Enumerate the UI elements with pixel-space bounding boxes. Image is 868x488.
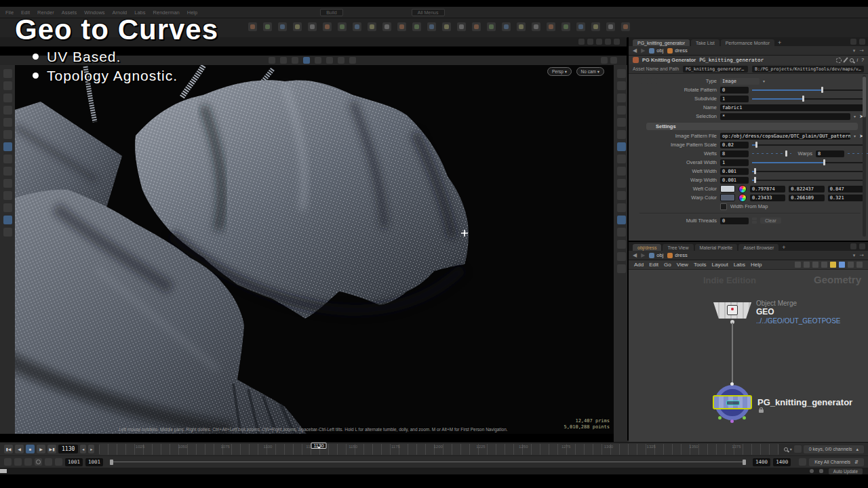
shelf-tool-icon[interactable] bbox=[323, 22, 332, 31]
camera-lock-icon[interactable] bbox=[338, 57, 344, 64]
select-tool-icon[interactable] bbox=[269, 57, 275, 64]
shelf-tool-icon[interactable] bbox=[487, 22, 496, 31]
tab-tree-view[interactable]: Tree View bbox=[663, 244, 693, 251]
display-option-icon[interactable] bbox=[617, 228, 626, 237]
stop-button[interactable]: ■ bbox=[26, 445, 35, 453]
warp-width-slider[interactable] bbox=[752, 176, 863, 184]
warps-field[interactable]: 8 bbox=[816, 150, 844, 157]
left-toolbar-icon[interactable] bbox=[3, 81, 12, 90]
weft-color-wheel-icon[interactable] bbox=[738, 185, 747, 193]
display-option-icon[interactable] bbox=[617, 81, 626, 90]
warp-color-r-field[interactable]: 0.23433 bbox=[750, 195, 785, 201]
display-option-icon[interactable] bbox=[617, 167, 626, 176]
go-to-start-button[interactable]: ▮◀ bbox=[4, 445, 13, 453]
key-options-icon[interactable] bbox=[799, 458, 806, 466]
range-slider[interactable] bbox=[110, 459, 746, 466]
display-option-icon[interactable] bbox=[617, 191, 626, 200]
pane-window-icon[interactable] bbox=[578, 39, 585, 45]
pane-window-icon[interactable] bbox=[614, 39, 620, 45]
overall-width-slider[interactable] bbox=[752, 159, 863, 166]
shelf-tool-icon[interactable] bbox=[353, 22, 361, 31]
shelf-tool-icon[interactable] bbox=[517, 22, 526, 31]
play-button[interactable]: ▶ bbox=[37, 445, 45, 453]
playhead-flag[interactable]: 1130 bbox=[311, 443, 327, 449]
shelf-tool-icon[interactable] bbox=[278, 22, 287, 31]
display-option-icon[interactable] bbox=[617, 155, 626, 163]
net-menu-add[interactable]: Add bbox=[634, 262, 644, 268]
pane-window-icon[interactable] bbox=[587, 39, 593, 45]
multi-threads-stepper[interactable] bbox=[752, 218, 757, 224]
snapshot-icon[interactable] bbox=[839, 262, 845, 268]
type-dropdown[interactable]: Image bbox=[720, 78, 760, 85]
tab-material-palette[interactable]: Material Palette bbox=[695, 244, 738, 251]
forward-arrow-icon[interactable]: ▶ bbox=[641, 47, 645, 54]
warp-color-wheel-icon[interactable] bbox=[738, 194, 747, 202]
wefts-ladder-slider[interactable] bbox=[752, 150, 791, 157]
display-option-icon[interactable] bbox=[617, 69, 626, 78]
network-path-node[interactable]: dress bbox=[667, 252, 687, 258]
rotate-pattern-slider[interactable] bbox=[752, 86, 863, 94]
type-dropdown-arrow-icon[interactable]: ▾ bbox=[763, 79, 765, 83]
auto-update-selector[interactable]: Auto Update bbox=[829, 468, 863, 474]
display-option-icon[interactable] bbox=[617, 94, 626, 102]
info-icon[interactable]: i bbox=[857, 58, 859, 62]
new-tab-button[interactable]: + bbox=[780, 244, 787, 251]
file-dropdown-icon[interactable]: ▾ bbox=[854, 134, 856, 138]
display-option-icon[interactable] bbox=[617, 216, 626, 224]
shelf-tool-icon[interactable] bbox=[472, 22, 481, 31]
shelf-tool-icon[interactable] bbox=[248, 22, 257, 31]
frame-inc-button[interactable]: ▸ bbox=[88, 445, 94, 453]
path-dropdown-icon[interactable]: ▾ bbox=[853, 253, 856, 258]
display-option-icon[interactable] bbox=[617, 264, 626, 273]
knit-node-selected-chip[interactable] bbox=[713, 395, 752, 409]
current-frame-field[interactable]: 1130 bbox=[58, 445, 78, 453]
desktop-selector[interactable]: Build bbox=[320, 9, 343, 16]
tab-obj-dress[interactable]: obj/dress bbox=[633, 244, 661, 251]
snap-tool-icon[interactable] bbox=[315, 57, 321, 64]
weft-color-r-field[interactable]: 0.797874 bbox=[750, 186, 785, 192]
tab-take-list[interactable]: Take List bbox=[691, 39, 719, 46]
pane-window-icon[interactable] bbox=[596, 39, 602, 45]
handles-tool-icon[interactable] bbox=[303, 57, 310, 64]
shelf-tool-icon[interactable] bbox=[293, 22, 302, 31]
range-slider-right-handle[interactable] bbox=[743, 460, 746, 465]
net-menu-view[interactable]: View bbox=[677, 262, 688, 268]
pane-window-icon[interactable] bbox=[605, 39, 611, 45]
pin-icon[interactable]: ➝ bbox=[859, 252, 864, 258]
display-option-icon[interactable] bbox=[617, 240, 626, 249]
knit-input-connector[interactable] bbox=[730, 382, 734, 386]
back-arrow-icon[interactable]: ◀ bbox=[633, 47, 637, 54]
go-to-end-button[interactable]: ▶▮ bbox=[47, 445, 56, 453]
persp-view-selector[interactable]: Persp ▾ bbox=[547, 67, 572, 76]
step-option-icon[interactable] bbox=[55, 458, 62, 466]
selection-field[interactable]: * bbox=[720, 113, 850, 120]
timeline-ruler[interactable]: 1130 10251050107511001125115011751200122… bbox=[99, 444, 778, 455]
shelf-tool-icon[interactable] bbox=[561, 22, 570, 31]
warp-color-b-field[interactable]: 0.321 bbox=[828, 195, 863, 201]
pin-icon[interactable]: ➝ bbox=[859, 47, 864, 54]
display-option-icon[interactable] bbox=[617, 118, 626, 127]
tree-icon[interactable] bbox=[804, 262, 810, 268]
shelf-tool-icon[interactable] bbox=[621, 22, 630, 31]
net-menu-help[interactable]: Help bbox=[751, 262, 762, 268]
prev-frame-button[interactable]: ◀ bbox=[15, 445, 24, 453]
interrupt-icon[interactable] bbox=[810, 469, 814, 473]
path-dropdown-icon[interactable]: ▾ bbox=[853, 48, 856, 54]
display-option-icon[interactable] bbox=[617, 130, 626, 139]
rotate-tool-icon[interactable] bbox=[292, 57, 298, 64]
viewport-toolbar-icon[interactable] bbox=[601, 57, 608, 64]
auto-key-icon[interactable] bbox=[35, 458, 42, 466]
path-node[interactable]: dress bbox=[667, 47, 687, 54]
shelf-tool-icon[interactable] bbox=[532, 22, 540, 31]
range-slider-left-handle[interactable] bbox=[110, 460, 113, 465]
translate-tool-icon[interactable] bbox=[280, 57, 287, 64]
view-tool-icon[interactable] bbox=[326, 57, 333, 64]
weft-width-field[interactable]: 0.001 bbox=[720, 168, 749, 175]
net-menu-edit[interactable]: Edit bbox=[649, 262, 658, 268]
multi-threads-field[interactable]: 0 bbox=[720, 218, 749, 224]
back-arrow-icon[interactable]: ◀ bbox=[633, 252, 637, 258]
edit-icon[interactable] bbox=[843, 57, 848, 62]
shelf-tool-icon[interactable] bbox=[308, 22, 317, 31]
net-menu-tools[interactable]: Tools bbox=[694, 262, 707, 268]
shelf-tool-icon[interactable] bbox=[382, 22, 391, 31]
